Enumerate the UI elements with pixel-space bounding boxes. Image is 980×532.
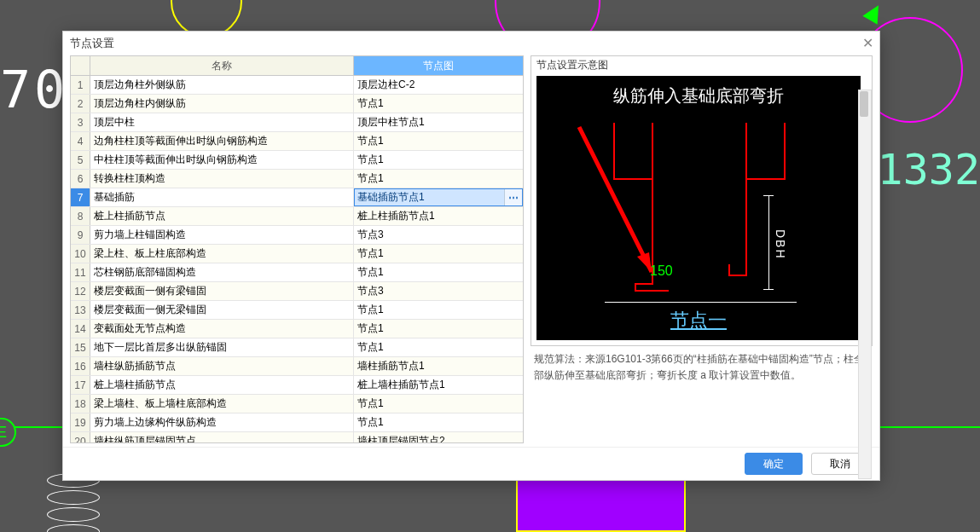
cell-node[interactable]: 节点1 <box>354 301 523 319</box>
row-number: 1 <box>71 76 90 94</box>
table-row[interactable]: 13楼层变截面一侧无梁锚固节点1 <box>71 301 523 320</box>
cell-node[interactable]: 节点1 <box>354 132 523 150</box>
cell-name[interactable]: 桩上柱插筋节点 <box>90 207 354 225</box>
cell-editor-more-button[interactable]: ⋯ <box>504 189 522 205</box>
cell-name[interactable]: 楼层变截面一侧有梁锚固 <box>90 282 354 300</box>
row-number: 5 <box>71 151 90 169</box>
cell-name[interactable]: 地下一层比首层多出纵筋锚固 <box>90 338 354 356</box>
preview-description: 规范算法：来源16G101-3第66页的“柱插筋在基础中锚固构造”节点；柱全部纵… <box>531 346 873 384</box>
cad-ellipse-4 <box>47 524 100 532</box>
row-number: 20 <box>71 432 90 442</box>
table-row[interactable]: 8桩上柱插筋节点桩上柱插筋节点1 <box>71 207 523 226</box>
cell-editor-input[interactable] <box>355 189 504 205</box>
dialog-footer: 确定 取消 <box>63 447 879 480</box>
cell-node[interactable]: 墙柱插筋节点1 <box>354 357 523 375</box>
table-row[interactable]: 16墙柱纵筋插筋节点墙柱插筋节点1 <box>71 357 523 376</box>
table-row[interactable]: 15地下一层比首层多出纵筋锚固节点1 <box>71 338 523 357</box>
cell-node[interactable]: 墙柱顶层锚固节点2 <box>354 432 523 442</box>
diagram-footer-label: 节点一 <box>536 308 861 333</box>
col-header-name[interactable]: 名称 <box>90 56 354 75</box>
diagram-red-line <box>745 123 747 276</box>
table-scroll-area[interactable]: 1顶层边角柱外侧纵筋顶层边柱C-22顶层边角柱内侧纵筋节点13顶层中柱顶层中柱节… <box>71 76 523 442</box>
table-row[interactable]: 11芯柱钢筋底部锚固构造节点1 <box>71 263 523 282</box>
row-number: 9 <box>71 226 90 244</box>
cell-node[interactable]: 顶层边柱C-2 <box>354 76 523 94</box>
table-row[interactable]: 5中柱柱顶等截面伸出时纵向钢筋构造节点1 <box>71 151 523 170</box>
table-row[interactable]: 2顶层边角柱内侧纵筋节点1 <box>71 95 523 113</box>
col-header-node[interactable]: 节点图 <box>354 56 523 75</box>
cell-editor[interactable]: ⋯ <box>354 188 523 206</box>
cell-name[interactable]: 芯柱钢筋底部锚固构造 <box>90 263 354 281</box>
cell-node[interactable]: 桩上墙柱插筋节点1 <box>354 376 523 394</box>
cell-name[interactable]: 剪力墙上柱锚固构造 <box>90 226 354 244</box>
cell-node[interactable]: 节点3 <box>354 282 523 300</box>
diagram-white-line <box>605 302 797 303</box>
cell-name[interactable]: 边角柱柱顶等截面伸出时纵向钢筋构造 <box>90 132 354 150</box>
table-row[interactable]: 3顶层中柱顶层中柱节点1 <box>71 113 523 132</box>
cad-ellipse-3 <box>47 507 100 522</box>
diagram-red-line <box>784 123 786 180</box>
row-number: 8 <box>71 207 90 225</box>
cell-name[interactable]: 基础插筋 <box>90 188 354 206</box>
cell-name[interactable]: 梁上柱、板上柱底部构造 <box>90 245 354 263</box>
table-row[interactable]: 18梁上墙柱、板上墙柱底部构造节点1 <box>71 395 523 413</box>
row-number: 12 <box>71 282 90 300</box>
cad-purple-rect <box>516 477 686 532</box>
cell-name[interactable]: 墙柱纵筋顶层锚固节点 <box>90 432 354 442</box>
cell-node[interactable]: 节点1 <box>354 413 523 431</box>
cell-node[interactable]: 节点1 <box>354 263 523 281</box>
row-number: 17 <box>71 376 90 394</box>
table-row[interactable]: 1顶层边角柱外侧纵筋顶层边柱C-2 <box>71 76 523 95</box>
cell-name[interactable]: 顶层中柱 <box>90 113 354 131</box>
row-number: 19 <box>71 413 90 431</box>
table-row[interactable]: 20墙柱纵筋顶层锚固节点墙柱顶层锚固节点2 <box>71 432 523 442</box>
table-row[interactable]: 19剪力墙上边缘构件纵筋构造节点1 <box>71 413 523 432</box>
cell-node[interactable]: 节点3 <box>354 226 523 244</box>
table-row[interactable]: 6转换柱柱顶构造节点1 <box>71 170 523 188</box>
cell-name[interactable]: 剪力墙上边缘构件纵筋构造 <box>90 413 354 431</box>
cell-node[interactable]: 桩上柱插筋节点1 <box>354 207 523 225</box>
table-row[interactable]: 14变截面处无节点构造节点1 <box>71 320 523 338</box>
table-row[interactable]: 17桩上墙柱插筋节点桩上墙柱插筋节点1 <box>71 376 523 395</box>
cell-name[interactable]: 顶层边角柱外侧纵筋 <box>90 76 354 94</box>
svg-line-0 <box>579 127 652 272</box>
cell-name[interactable]: 变截面处无节点构造 <box>90 320 354 338</box>
row-number: 4 <box>71 132 90 150</box>
cell-name[interactable]: 楼层变截面一侧无梁锚固 <box>90 301 354 319</box>
cell-node[interactable]: 节点1 <box>354 151 523 169</box>
row-number: 6 <box>71 170 90 188</box>
right-pane-scrollbar[interactable] <box>858 90 872 447</box>
diagram-red-line <box>747 178 786 180</box>
cad-axis-e-bubble: E <box>0 418 16 447</box>
cell-node[interactable]: 节点1 <box>354 245 523 263</box>
dialog-close-button[interactable]: ✕ <box>861 37 874 50</box>
cell-node[interactable]: 节点1 <box>354 95 523 113</box>
cell-name[interactable]: 梁上墙柱、板上墙柱底部构造 <box>90 395 354 413</box>
diagram-dim-tick <box>763 289 774 290</box>
diagram-dbh-label: DBH <box>774 229 787 260</box>
diagram-dim-tick <box>763 195 774 196</box>
ok-button[interactable]: 确定 <box>745 453 803 475</box>
scrollbar-thumb[interactable] <box>860 91 868 117</box>
cell-name[interactable]: 转换柱柱顶构造 <box>90 170 354 188</box>
cad-ellipse-2 <box>47 490 100 505</box>
cell-name[interactable]: 桩上墙柱插筋节点 <box>90 376 354 394</box>
table-row[interactable]: 4边角柱柱顶等截面伸出时纵向钢筋构造节点1 <box>71 132 523 151</box>
cell-name[interactable]: 墙柱纵筋插筋节点 <box>90 357 354 375</box>
cell-node[interactable]: 节点1 <box>354 170 523 188</box>
diagram-red-line <box>728 275 747 276</box>
cell-node[interactable]: 顶层中柱节点1 <box>354 113 523 131</box>
cell-node[interactable]: ⋯ <box>354 188 523 206</box>
cell-node[interactable]: 节点1 <box>354 395 523 413</box>
cell-name[interactable]: 顶层边角柱内侧纵筋 <box>90 95 354 113</box>
table-row[interactable]: 12楼层变截面一侧有梁锚固节点3 <box>71 282 523 301</box>
table-row[interactable]: 10梁上柱、板上柱底部构造节点1 <box>71 245 523 263</box>
preview-pane: 节点设置示意图 纵筋伸入基础底部弯折 <box>531 55 873 443</box>
cad-green-arrow-icon <box>862 1 885 24</box>
table-row[interactable]: 7基础插筋⋯ <box>71 188 523 207</box>
cell-node[interactable]: 节点1 <box>354 338 523 356</box>
cell-node[interactable]: 节点1 <box>354 320 523 338</box>
table-row[interactable]: 9剪力墙上柱锚固构造节点3 <box>71 226 523 245</box>
cell-name[interactable]: 中柱柱顶等截面伸出时纵向钢筋构造 <box>90 151 354 169</box>
svg-marker-1 <box>637 252 652 272</box>
